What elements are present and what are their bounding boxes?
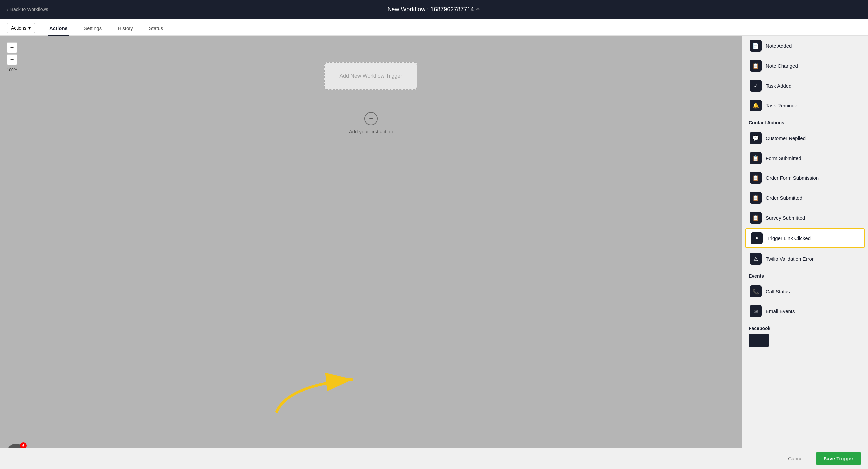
twilio-validation-error-label: Twilio Validation Error bbox=[766, 256, 813, 262]
tab-settings[interactable]: Settings bbox=[82, 21, 103, 36]
task-reminder-icon: 🔔 bbox=[750, 100, 762, 111]
order-submitted-icon: 📋 bbox=[750, 192, 762, 204]
order-submitted-label: Order Submitted bbox=[766, 195, 802, 201]
add-action-label: Add your first action bbox=[349, 129, 393, 134]
item-form-submitted[interactable]: 📋 Form Submitted bbox=[742, 148, 868, 168]
trigger-link-clicked-label: Trigger Link Clicked bbox=[767, 235, 811, 241]
item-note-added[interactable]: 📄 Note Added bbox=[742, 36, 868, 56]
item-email-events[interactable]: ✉ Email Events bbox=[742, 301, 868, 321]
plus-icon: + bbox=[369, 115, 373, 123]
survey-submitted-label: Survey Submitted bbox=[766, 215, 805, 221]
tab-actions[interactable]: Actions bbox=[48, 21, 69, 36]
main-layout: + − 100% Add New Workflow Trigger + Add … bbox=[0, 36, 868, 469]
call-status-label: Call Status bbox=[766, 289, 790, 294]
email-events-label: Email Events bbox=[766, 308, 795, 314]
item-twilio-validation-error[interactable]: ⚠ Twilio Validation Error bbox=[742, 249, 868, 269]
chevron-down-icon: ▾ bbox=[28, 25, 31, 31]
item-order-submitted[interactable]: 📋 Order Submitted bbox=[742, 188, 868, 208]
note-changed-icon: 📋 bbox=[750, 60, 762, 72]
section-contact-actions: Contact Actions 💬 Customer Replied 📋 For… bbox=[742, 115, 868, 269]
order-form-submission-label: Order Form Submission bbox=[766, 175, 818, 181]
tab-status[interactable]: Status bbox=[148, 21, 165, 36]
contact-actions-header: Contact Actions bbox=[742, 115, 868, 128]
form-submitted-icon: 📋 bbox=[750, 152, 762, 164]
tab-bar: Actions ▾ Actions Settings History Statu… bbox=[0, 19, 868, 36]
zoom-level: 100% bbox=[7, 68, 17, 72]
item-call-status[interactable]: 📞 Call Status bbox=[742, 281, 868, 301]
note-added-label: Note Added bbox=[766, 43, 792, 49]
events-header: Events bbox=[742, 269, 868, 281]
task-added-label: Task Added bbox=[766, 83, 792, 89]
back-label: Back to Workflows bbox=[10, 7, 49, 12]
bottom-bar: Cancel Save Trigger bbox=[742, 448, 868, 469]
zoom-controls: + − 100% bbox=[7, 42, 17, 72]
right-sidebar: 📄 Note Added 📋 Note Changed ✓ Task Added… bbox=[742, 36, 868, 469]
item-task-reminder[interactable]: 🔔 Task Reminder bbox=[742, 96, 868, 115]
workflow-title: New Workflow : 1687962787714 ✏ bbox=[388, 6, 481, 13]
survey-submitted-icon: 📋 bbox=[750, 212, 762, 224]
edit-icon[interactable]: ✏ bbox=[476, 6, 480, 12]
title-text: New Workflow : 1687962787714 bbox=[388, 6, 474, 13]
item-customer-replied[interactable]: 💬 Customer Replied bbox=[742, 128, 868, 148]
customer-replied-label: Customer Replied bbox=[766, 135, 806, 141]
add-action-button[interactable]: + bbox=[364, 112, 377, 125]
task-reminder-label: Task Reminder bbox=[766, 103, 799, 108]
item-order-form-submission[interactable]: 📋 Order Form Submission bbox=[742, 168, 868, 188]
sidebar-list: 📄 Note Added 📋 Note Changed ✓ Task Added… bbox=[742, 36, 868, 469]
order-form-submission-icon: 📋 bbox=[750, 172, 762, 184]
arrow-annotation bbox=[260, 353, 376, 419]
zoom-in-button[interactable]: + bbox=[7, 42, 17, 53]
section-top: 📄 Note Added 📋 Note Changed ✓ Task Added… bbox=[742, 36, 868, 115]
cancel-button[interactable]: Cancel bbox=[780, 453, 811, 465]
trigger-box-label: Add New Workflow Trigger bbox=[339, 73, 402, 78]
actions-dropdown-label: Actions bbox=[11, 25, 26, 31]
facebook-divider bbox=[749, 334, 769, 347]
task-added-icon: ✓ bbox=[750, 79, 762, 92]
canvas-area: + − 100% Add New Workflow Trigger + Add … bbox=[0, 36, 742, 469]
item-survey-submitted[interactable]: 📋 Survey Submitted bbox=[742, 208, 868, 228]
header: ‹ Back to Workflows New Workflow : 16879… bbox=[0, 0, 868, 19]
call-status-icon: 📞 bbox=[750, 285, 762, 297]
customer-replied-icon: 💬 bbox=[750, 132, 762, 144]
facebook-header: Facebook bbox=[742, 321, 868, 334]
section-events: Events 📞 Call Status ✉ Email Events bbox=[742, 269, 868, 321]
zoom-out-button[interactable]: − bbox=[7, 55, 17, 65]
item-trigger-link-clicked[interactable]: ✦ Trigger Link Clicked bbox=[745, 228, 865, 248]
item-note-changed[interactable]: 📋 Note Changed bbox=[742, 56, 868, 76]
form-submitted-label: Form Submitted bbox=[766, 155, 801, 161]
email-events-icon: ✉ bbox=[750, 305, 762, 317]
back-arrow-icon: ‹ bbox=[7, 7, 8, 12]
note-changed-label: Note Changed bbox=[766, 63, 798, 69]
actions-dropdown[interactable]: Actions ▾ bbox=[7, 23, 35, 33]
item-task-added[interactable]: ✓ Task Added bbox=[742, 76, 868, 96]
tab-history[interactable]: History bbox=[116, 21, 134, 36]
section-facebook: Facebook bbox=[742, 321, 868, 347]
note-added-icon: 📄 bbox=[750, 40, 762, 52]
back-button[interactable]: ‹ Back to Workflows bbox=[7, 7, 49, 12]
trigger-link-clicked-icon: ✦ bbox=[751, 232, 763, 244]
save-trigger-button[interactable]: Save Trigger bbox=[815, 453, 861, 465]
twilio-validation-error-icon: ⚠ bbox=[750, 253, 762, 265]
trigger-box[interactable]: Add New Workflow Trigger bbox=[324, 62, 417, 90]
